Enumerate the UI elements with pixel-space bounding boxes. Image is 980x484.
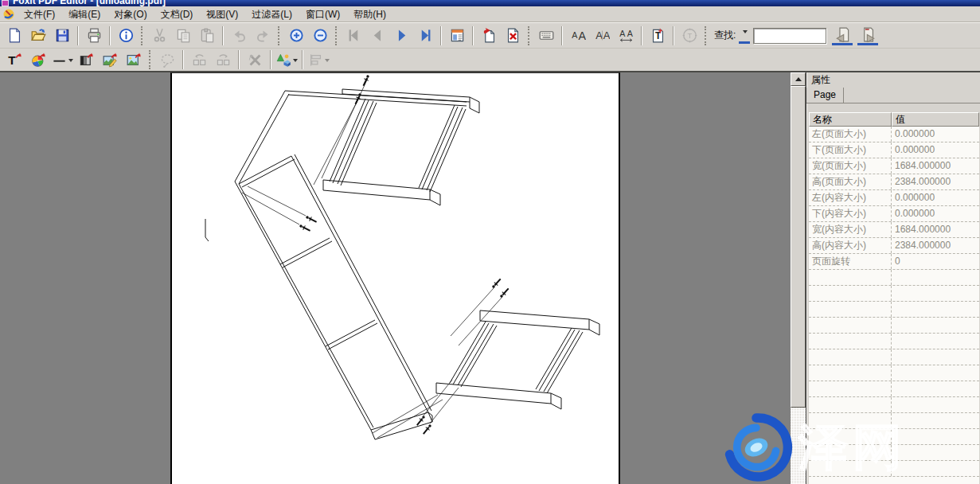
document-info-button[interactable] [115,25,137,46]
toolbar-drag-handle[interactable] [149,50,152,69]
property-value[interactable]: 2384.000000 [892,174,979,189]
chevron-down-icon [325,59,330,64]
app-icon [2,8,15,21]
toolbar-drag-handle[interactable] [141,26,144,45]
property-row[interactable]: 下(页面大小)0.000000 [809,142,979,158]
find-next-button[interactable] [857,25,878,45]
redo-button [252,25,274,46]
last-page-button[interactable] [414,25,436,46]
find-previous-button[interactable] [832,25,853,45]
page-thumbnails-button[interactable] [446,25,468,46]
property-name: 左(页面大小) [809,127,892,142]
cut-button [148,25,170,46]
pdf-page[interactable] [170,72,620,484]
toolbar-drag-handle[interactable] [335,26,338,45]
menu-window[interactable]: 窗口(W) [302,8,344,21]
property-value[interactable]: 1684.000000 [892,222,979,237]
panel-title: 属性 [806,72,980,88]
property-value[interactable]: 0 [892,254,979,269]
property-value[interactable]: 0.000000 [892,127,979,142]
window-title: Foxit PDF Editor - [unloading.pdf] [13,0,166,6]
add-text-object-button[interactable]: T [3,49,25,70]
keyboard-input-button[interactable] [535,25,557,46]
property-row[interactable]: 宽(内容大小)1684.000000 [809,222,979,238]
empty-row [809,302,979,318]
first-page-button [342,25,365,46]
paste-icon [200,28,215,43]
font-scale-button[interactable]: AA [591,25,613,46]
tab-page[interactable]: Page [806,88,844,103]
empty-row [809,445,979,461]
copy-button [172,25,194,46]
property-row[interactable]: 左(内容大小)0.000000 [809,190,979,206]
ungroup-objects-icon [216,53,231,68]
edit-image-icon [103,53,118,68]
open-file-button[interactable] [27,25,49,46]
add-text-button[interactable]: T [646,25,669,46]
menu-filter[interactable]: 过滤器(L) [248,8,296,21]
empty-row [809,429,979,445]
table-header: 名称 值 [809,112,979,127]
find-input[interactable] [753,28,826,44]
property-row[interactable]: 宽(页面大小)1684.000000 [809,158,979,174]
next-page-button[interactable] [390,25,412,46]
toolbar-separator [561,26,563,45]
property-value[interactable]: 0.000000 [892,190,979,205]
menu-object[interactable]: 对象(O) [110,8,150,21]
toolbar-separator [109,26,111,45]
menu-file[interactable]: 文件(F) [20,8,59,21]
property-row[interactable]: 左(页面大小)0.000000 [809,127,979,142]
print-button[interactable] [83,25,105,46]
delete-object-icon [248,53,263,68]
insert-page-button[interactable] [478,25,500,46]
property-value[interactable]: 1684.000000 [892,158,979,174]
property-row[interactable]: 高(页面大小)2384.000000 [809,174,979,190]
arrow-up-icon [795,74,802,81]
toolbar-drag-handle[interactable] [705,26,708,45]
insert-image-button[interactable] [123,49,145,70]
line-style-icon [52,53,67,68]
column-header-name[interactable]: 名称 [809,112,892,127]
edit-image-button[interactable] [99,49,121,70]
property-row[interactable]: 高(内容大小)2384.000000 [809,238,979,254]
undo-button [228,25,250,46]
first-page-icon [346,28,361,43]
vertical-scrollbar[interactable] [791,72,806,484]
menu-document[interactable]: 文档(D) [157,8,197,21]
page-drawing [172,73,619,484]
line-style-button[interactable] [51,49,73,70]
property-value[interactable]: 2384.000000 [892,238,979,253]
toolbar-drag-handle[interactable] [278,26,281,45]
screw-symbol [299,224,311,233]
insert-shape-button[interactable] [275,49,298,70]
font-scale-icon: AA [595,28,610,43]
chevron-down-icon [293,59,298,64]
zoom-in-button[interactable] [285,25,307,46]
property-value[interactable]: 0.000000 [892,206,979,221]
column-header-value[interactable]: 值 [892,112,979,127]
toolbar-drag-handle[interactable] [528,26,531,45]
property-value[interactable]: 0.000000 [892,142,979,158]
menu-help[interactable]: 帮助(H) [349,8,390,21]
empty-row [809,270,979,286]
properties-panel: 属性 Page 名称 值 左(页面大小)0.000000下(页面大小)0.000… [806,72,980,484]
property-row[interactable]: 下(内容大小)0.000000 [809,206,979,222]
save-file-button[interactable] [51,25,73,46]
delete-page-button[interactable] [502,25,524,46]
font-properties-button[interactable]: AA [567,25,589,46]
property-rows: 左(页面大小)0.000000下(页面大小)0.000000宽(页面大小)168… [809,127,979,484]
property-row[interactable]: 页面旋转0 [809,254,979,270]
menu-view[interactable]: 视图(V) [202,8,242,21]
zoom-out-button[interactable] [309,25,331,46]
scrollbar-up-button[interactable] [791,72,806,86]
add-color-button[interactable] [27,49,49,70]
screw-symbol [491,277,502,289]
find-next-icon [861,27,876,42]
add-shading-button[interactable] [75,49,97,70]
document-canvas[interactable] [0,72,806,484]
menu-edit[interactable]: 编辑(E) [64,8,104,21]
new-file-button[interactable] [3,25,25,46]
char-spacing-button[interactable]: AA [615,25,637,46]
scrollbar-thumb[interactable] [791,86,806,408]
find-options-dropdown[interactable] [739,27,750,44]
